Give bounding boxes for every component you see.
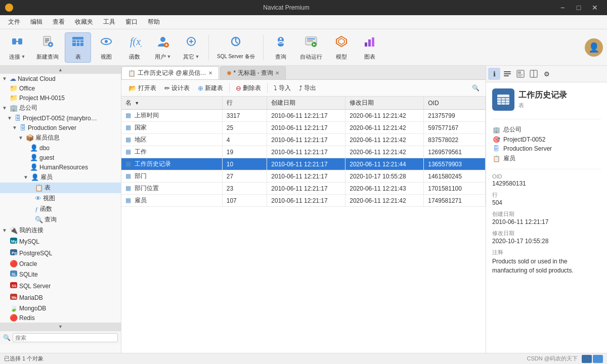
- col-header-rows[interactable]: 行: [222, 97, 267, 110]
- sidebar-item-postgresql[interactable]: Pg PostgreSQL: [0, 247, 121, 259]
- sidebar-scroll-down[interactable]: ▼: [0, 323, 121, 331]
- table-row[interactable]: ▦ 部门 27 2010-06-11 12:21:17 2020-10-17 1…: [121, 170, 486, 183]
- minimize-button[interactable]: −: [555, 3, 570, 13]
- new-table-button[interactable]: ⊕ 新建表: [195, 82, 226, 94]
- tab-history-label: 工作历史记录 @雇员信…: [138, 69, 206, 77]
- toolbar-new-query-button[interactable]: 新建查询: [32, 32, 63, 63]
- sidebar-item-project-mh0015[interactable]: 📁 Project MH-0015: [0, 93, 121, 103]
- menu-edit[interactable]: 编辑: [26, 16, 47, 28]
- sidebar-search-input[interactable]: [13, 333, 118, 342]
- sidebar-item-redis[interactable]: 🔴 Redis: [0, 313, 121, 323]
- sidebar-item-mariadb[interactable]: Ma MariaDB: [0, 292, 121, 303]
- tab-history-close[interactable]: ✕: [208, 70, 212, 76]
- panel-preview-button[interactable]: [514, 68, 527, 80]
- sidebar-item-projectdt0052[interactable]: ▼ 🗄 ProjectDT-0052 (marybrown…: [0, 113, 121, 123]
- close-button[interactable]: ✕: [588, 3, 602, 13]
- menu-file[interactable]: 文件: [4, 16, 24, 28]
- toolbar-table-button[interactable]: 表: [65, 32, 91, 63]
- sidebar-scroll-up[interactable]: ▲: [0, 66, 121, 74]
- col-header-created[interactable]: 创建日期: [267, 97, 345, 110]
- open-table-button[interactable]: 📂 打开表: [125, 82, 159, 94]
- sidebar-item-oracle[interactable]: 🔴 Oracle: [0, 259, 121, 268]
- col-header-oid[interactable]: OID: [424, 97, 486, 110]
- menu-tools[interactable]: 工具: [99, 16, 119, 28]
- sidebar-item-employee-info[interactable]: ▼ 📦 雇员信息: [0, 132, 121, 143]
- redis-icon: 🔴: [10, 314, 18, 322]
- col-header-modified[interactable]: 修改日期: [345, 97, 424, 110]
- view-label: 视图: [101, 53, 112, 61]
- panel-split-button[interactable]: [528, 68, 540, 80]
- panel-settings-button[interactable]: ⚙: [541, 68, 553, 80]
- svg-rect-50: [504, 73, 511, 74]
- sidebar-item-functions[interactable]: ƒ 函数: [0, 204, 121, 214]
- table-row[interactable]: ▦ 国家 25 2010-06-11 12:21:17 2020-06-11 1…: [121, 122, 486, 134]
- sidebar-item-mysql[interactable]: My MySQL: [0, 236, 121, 247]
- sidebar-item-views[interactable]: 👁 视图: [0, 193, 121, 204]
- tab-untitled-close[interactable]: ✕: [275, 70, 279, 76]
- menu-view[interactable]: 查看: [49, 16, 69, 28]
- toolbar-function-button[interactable]: f(x) 函数: [121, 32, 148, 63]
- table-search-button[interactable]: 🔍: [469, 82, 482, 94]
- table-toolbar-sep2: [267, 83, 268, 93]
- table-row[interactable]: ▦ 部门位置 23 2010-06-11 12:21:17 2020-06-11…: [121, 183, 486, 195]
- user-avatar[interactable]: 👤: [585, 38, 603, 57]
- table-row[interactable]: ▦ 雇员 107 2010-06-11 12:21:17 2020-06-11 …: [121, 195, 486, 207]
- col-header-name[interactable]: 名 ▼: [121, 97, 222, 110]
- sidebar-item-guest[interactable]: 👤 guest: [0, 153, 121, 162]
- cell-rows: 19: [222, 146, 267, 158]
- delete-table-button[interactable]: ⊖ 删除表: [233, 82, 264, 94]
- status-icon-2[interactable]: [593, 355, 603, 363]
- menu-window[interactable]: 窗口: [121, 16, 142, 28]
- sidebar-item-sqlserver[interactable]: SS SQL Server: [0, 280, 121, 292]
- right-panel: ℹ ⚙ 工作历史记录 表 🏢: [486, 66, 607, 353]
- design-table-button[interactable]: ✏ 设计表: [161, 82, 193, 94]
- sidebar-item-company[interactable]: ▼ 🏢 总公司: [0, 103, 121, 113]
- maximize-button[interactable]: □: [572, 3, 586, 13]
- menu-favorites[interactable]: 收藏夹: [71, 16, 97, 28]
- table-row[interactable]: ▦ 上班时间 3317 2010-06-11 12:21:17 2020-06-…: [121, 110, 486, 122]
- table-row[interactable]: ▦ 地区 4 2010-06-11 12:21:17 2020-06-11 12…: [121, 134, 486, 146]
- sidebar-item-employee[interactable]: ▼ 👤 雇员: [0, 172, 121, 183]
- tab-untitled[interactable]: ✱ * 无标题 - 查询 ✕: [220, 66, 286, 79]
- table-toolbar: 📂 打开表 ✏ 设计表 ⊕ 新建表 ⊖ 删除表 ⤵ 导入 ⤴: [121, 80, 486, 97]
- table-row[interactable]: ▦ 工作历史记录 10 2010-06-11 12:21:17 2020-06-…: [121, 158, 486, 170]
- sidebar-item-navicat-cloud[interactable]: ▼ ☁ Navicat Cloud: [0, 74, 121, 83]
- delete-table-label: 删除表: [243, 84, 261, 93]
- status-right: CSDN @码农的天下: [527, 355, 603, 363]
- cell-oid: 1365579903: [424, 158, 486, 170]
- toolbar-connect-button[interactable]: 连接 ▼: [4, 32, 30, 63]
- toolbar-user-button[interactable]: 用户 ▼: [150, 32, 176, 63]
- sidebar-item-my-connections[interactable]: ▼ 🔌 我的连接: [0, 225, 121, 236]
- panel-info-button[interactable]: ℹ: [488, 68, 500, 80]
- cell-created: 2010-06-11 12:21:17: [267, 158, 345, 170]
- sidebar-item-dbo[interactable]: 👤 dbo: [0, 143, 121, 153]
- sidebar-item-humanresources[interactable]: 👤 HumanResources: [0, 162, 121, 172]
- toolbar-sqlserver-backup-button[interactable]: SQL Server 备份: [213, 32, 259, 63]
- toolbar-model-button[interactable]: 模型: [328, 32, 355, 63]
- export-button[interactable]: ⤴ 导出: [296, 82, 319, 94]
- breadcrumb-server: 🗄 Production Server: [492, 144, 601, 153]
- sidebar-item-sqlite[interactable]: SL SQLite: [0, 268, 121, 280]
- sidebar-item-queries[interactable]: 🔍 查询: [0, 214, 121, 225]
- info-field-oid: OID 1429580131: [486, 171, 607, 189]
- breadcrumb-project: 🎯 ProjectDT-0052: [492, 135, 601, 144]
- sidebar-item-mongodb[interactable]: 🍃 MongoDB: [0, 303, 121, 313]
- toolbar-view-button[interactable]: 视图: [93, 32, 119, 63]
- toolbar-query-button[interactable]: 查询: [268, 32, 294, 63]
- new-query-label: 新建查询: [36, 53, 59, 61]
- svg-marker-35: [338, 38, 344, 44]
- toolbar-other-button[interactable]: 其它 ▼: [178, 32, 204, 63]
- sidebar-item-office[interactable]: 📁 Office: [0, 83, 121, 93]
- sidebar-item-production-server[interactable]: ▼ 🗄 Production Server: [0, 123, 121, 132]
- table-row[interactable]: ▦ 工作 19 2010-06-11 12:21:17 2020-06-11 1…: [121, 146, 486, 158]
- sidebar-item-tables[interactable]: 📋 表: [0, 183, 121, 193]
- toolbar-auto-run-button[interactable]: 自动运行: [296, 32, 326, 63]
- status-icon-1[interactable]: [582, 355, 592, 363]
- tab-history[interactable]: 📋 工作历史记录 @雇员信… ✕: [121, 66, 219, 79]
- menu-help[interactable]: 帮助: [144, 16, 164, 28]
- panel-ddl-button[interactable]: [501, 68, 513, 80]
- other-arrow-icon: ▼: [195, 54, 200, 59]
- toolbar-chart-button[interactable]: 图表: [357, 32, 383, 63]
- table-row-icon: ▦: [125, 148, 131, 155]
- import-button[interactable]: ⤵ 导入: [271, 82, 294, 94]
